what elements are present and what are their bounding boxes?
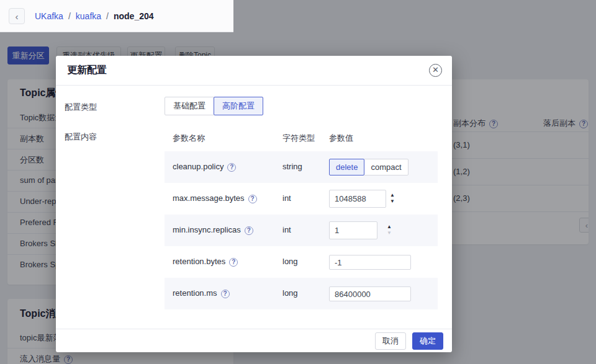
breadcrumb-separator: /	[68, 11, 71, 21]
stepper-down-icon[interactable]: ▼	[387, 230, 392, 236]
tab-basic-config[interactable]: 基础配置	[165, 97, 214, 115]
param-name: cleanup.policy?	[173, 162, 236, 172]
config-type-label: 配置类型	[65, 102, 97, 113]
update-config-modal: 更新配置 ✕ 配置类型 基础配置 高阶配置 配置内容 参数名称 字符类型 参数值…	[56, 56, 452, 352]
param-name: retention.ms?	[173, 288, 230, 298]
cleanup-policy-segmented: delete compact	[329, 159, 409, 175]
param-type: long	[282, 257, 298, 266]
modal-footer: 取消 确定	[56, 329, 452, 352]
config-row-min-insync-replicas: min.insync.replicas? int ▲ ▼	[165, 215, 438, 246]
breadcrumb-link-kuafka[interactable]: kuafka	[76, 11, 101, 21]
retention-ms-input[interactable]	[329, 286, 411, 301]
breadcrumb-current: node_204	[114, 11, 154, 21]
option-delete[interactable]: delete	[329, 159, 364, 175]
help-icon[interactable]: ?	[221, 290, 230, 298]
config-row-max-message-bytes: max.message.bytes? int ▲ ▼	[165, 183, 438, 215]
config-content-label: 配置内容	[65, 131, 97, 143]
config-row-retention-bytes: retention.bytes? long	[165, 246, 438, 278]
help-icon[interactable]: ?	[248, 195, 257, 203]
param-type: string	[282, 162, 302, 171]
header-param-type: 字符类型	[282, 133, 315, 144]
back-button[interactable]: ‹	[9, 8, 25, 24]
stepper-up-icon[interactable]: ▲	[390, 192, 395, 198]
modal-title: 更新配置	[67, 64, 107, 77]
config-table: 参数名称 字符类型 参数值 cleanup.policy? string del…	[165, 133, 438, 309]
max-message-bytes-input[interactable]	[329, 190, 386, 208]
breadcrumb-link-ukafka[interactable]: UKafka	[35, 11, 63, 21]
confirm-button[interactable]: 确定	[412, 332, 443, 350]
config-row-cleanup-policy: cleanup.policy? string delete compact	[165, 151, 438, 183]
config-row-retention-ms: retention.ms? long	[165, 278, 438, 309]
header-param-value: 参数值	[329, 133, 353, 144]
param-type: int	[282, 225, 291, 234]
number-stepper: ▲ ▼	[390, 192, 395, 205]
number-stepper: ▲ ▼	[387, 224, 392, 236]
modal-header: 更新配置 ✕	[56, 56, 452, 86]
retention-bytes-input[interactable]	[329, 255, 411, 270]
stepper-down-icon[interactable]: ▼	[390, 198, 395, 205]
param-name: min.insync.replicas?	[173, 225, 253, 235]
param-type: long	[282, 288, 298, 298]
page: 重新分区 重选副本优先级 更新配置 删除Topic Topic属性 Topic数…	[0, 0, 596, 364]
top-header: ‹ UKafka / kuafka / node_204	[0, 0, 233, 32]
close-icon[interactable]: ✕	[429, 64, 442, 77]
help-icon[interactable]: ?	[227, 163, 236, 172]
param-name: retention.bytes?	[173, 257, 238, 267]
help-icon[interactable]: ?	[245, 226, 253, 235]
param-name: max.message.bytes?	[173, 193, 257, 203]
breadcrumb: UKafka / kuafka / node_204	[35, 0, 154, 32]
help-icon[interactable]: ?	[229, 258, 238, 267]
cancel-button[interactable]: 取消	[375, 332, 406, 350]
stepper-up-icon[interactable]: ▲	[387, 224, 392, 230]
breadcrumb-separator: /	[106, 11, 109, 21]
chevron-left-icon: ‹	[16, 11, 19, 22]
config-type-tabs: 基础配置 高阶配置	[165, 97, 263, 115]
param-type: int	[282, 193, 291, 203]
config-table-header: 参数名称 字符类型 参数值	[165, 133, 438, 151]
min-insync-replicas-input[interactable]	[329, 221, 377, 239]
header-param-name: 参数名称	[173, 133, 205, 144]
tab-advanced-config[interactable]: 高阶配置	[214, 97, 263, 115]
option-compact[interactable]: compact	[364, 159, 408, 175]
